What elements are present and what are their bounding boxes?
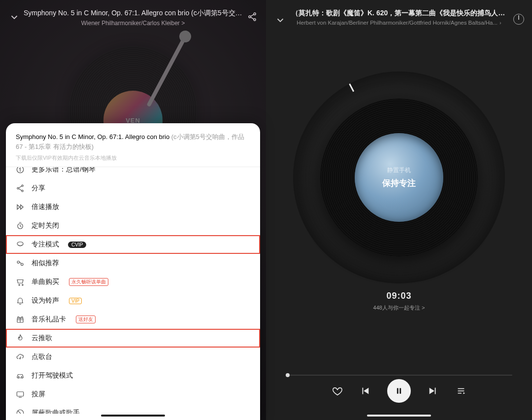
svg-point-8 xyxy=(22,190,23,192)
focus-timer: 09:03 xyxy=(266,291,532,301)
menu-item-label: 音乐礼品卡 xyxy=(32,315,66,324)
vinyl-graphic-right: 静置手机 保持专注 xyxy=(320,99,478,256)
share-icon-header[interactable] xyxy=(247,12,257,24)
menu-item-label: 相似推荐 xyxy=(32,259,59,268)
timer-block: 09:03 448人与你一起专注 > xyxy=(266,291,532,312)
menu-item-cast[interactable]: 投屏 xyxy=(6,385,260,404)
right-header: （莫扎特：歌剧《魔笛》K. 620，第一幕第二曲《我是快乐的捕鸟人》） Herb… xyxy=(266,0,532,26)
left-header: Symphony No. 5 in C Minor, Op. 67:1. All… xyxy=(0,0,266,27)
track-title-left: Symphony No. 5 in C Minor, Op. 67:1. All… xyxy=(24,9,242,18)
svg-rect-20 xyxy=(397,388,399,394)
together-count[interactable]: 448人与你一起专注 > xyxy=(266,304,532,312)
svg-line-4 xyxy=(251,17,254,19)
menu-item-label: 专注模式 xyxy=(32,240,59,249)
svg-marker-25 xyxy=(464,392,466,394)
vip-badge: CVIP xyxy=(68,242,86,248)
menu-item-label: 倍速播放 xyxy=(32,203,59,211)
share-icon xyxy=(16,184,25,193)
menu-item-label: 打开驾驶模式 xyxy=(32,371,73,380)
cast-icon xyxy=(16,390,25,399)
svg-rect-21 xyxy=(399,388,401,394)
svg-point-13 xyxy=(21,263,24,266)
sheet-header: Symphony No. 5 in C Minor, Op. 67:1. All… xyxy=(6,132,260,167)
home-indicator-left xyxy=(101,415,165,417)
svg-point-0 xyxy=(254,13,256,15)
like-button[interactable] xyxy=(332,385,343,396)
pause-button[interactable] xyxy=(387,379,411,403)
timer-icon xyxy=(16,221,25,230)
track-artist-right[interactable]: Herbert von Karajan/Berliner Philharmoni… xyxy=(292,20,506,26)
speed-icon xyxy=(16,203,25,211)
menu-tag: 送好友 xyxy=(76,315,96,323)
sheet-note: 下载后仅限VIP有效期内在云音乐本地播放 xyxy=(16,154,250,162)
menu-item-block[interactable]: 屏蔽歌曲或歌手 xyxy=(6,404,260,414)
svg-point-15 xyxy=(18,377,19,378)
block-icon xyxy=(16,409,25,414)
menu-item-timer[interactable]: 定时关闭 xyxy=(6,216,260,235)
menu-item-label: 分享 xyxy=(32,184,45,193)
prev-button[interactable] xyxy=(360,385,370,396)
menu-item-drive[interactable]: 打开驾驶模式 xyxy=(6,366,260,385)
menu-item-gift[interactable]: 音乐礼品卡送好友 xyxy=(6,310,260,329)
menu-item-juke[interactable]: 点歌台 xyxy=(6,348,260,366)
menu-item-similar[interactable]: 相似推荐 xyxy=(6,254,260,273)
left-panel: Symphony No. 5 in C Minor, Op. 67:1. All… xyxy=(0,0,266,420)
menu-item-label: 屏蔽歌曲或歌手 xyxy=(32,409,80,414)
svg-rect-17 xyxy=(17,392,24,396)
power-icon[interactable] xyxy=(513,14,524,25)
focus-label: 保持专注 xyxy=(382,177,416,189)
focus-icon xyxy=(16,240,25,249)
next-button[interactable] xyxy=(428,385,438,396)
menu-item-buy[interactable]: 单曲购买永久畅听该单曲 xyxy=(6,273,260,291)
track-title-right: （莫扎特：歌剧《魔笛》K. 620，第一幕第二曲《我是快乐的捕鸟人》） xyxy=(292,9,506,18)
playlist-button[interactable] xyxy=(455,385,466,396)
menu-item-ring[interactable]: 设为铃声VIP xyxy=(6,291,260,310)
svg-point-2 xyxy=(254,19,256,21)
svg-point-7 xyxy=(17,187,19,189)
clef-icon xyxy=(16,167,25,174)
menu-item-share[interactable]: 分享 xyxy=(6,179,260,198)
sheet-track-title: Symphony No. 5 in C Minor, Op. 67:1. All… xyxy=(16,133,171,140)
focus-dial: 静置手机 保持专注 xyxy=(293,71,505,283)
car-icon xyxy=(16,371,25,380)
collapse-icon[interactable] xyxy=(9,12,20,25)
svg-line-9 xyxy=(19,186,22,188)
svg-point-1 xyxy=(249,16,251,18)
bell-icon xyxy=(16,296,25,305)
cart-icon xyxy=(16,278,25,286)
right-panel: （莫扎特：歌剧《魔笛》K. 620，第一幕第二曲《我是快乐的捕鸟人》） Herb… xyxy=(266,0,532,420)
player-controls xyxy=(266,379,532,403)
progress-bar[interactable] xyxy=(286,375,512,376)
flame-icon xyxy=(16,334,25,343)
menu-item-label: 单曲购买 xyxy=(32,278,59,286)
similar-icon xyxy=(16,259,25,268)
svg-line-10 xyxy=(19,189,22,191)
menu-tag: VIP xyxy=(69,298,82,304)
menu-item-more[interactable]: 更多乐谱：总谱/钢琴 xyxy=(6,167,260,179)
menu-item-label: 投屏 xyxy=(32,390,45,399)
cloud-music-icon xyxy=(16,352,25,361)
gift-icon xyxy=(16,315,25,324)
svg-point-12 xyxy=(17,261,20,264)
action-sheet: Symphony No. 5 in C Minor, Op. 67:1. All… xyxy=(6,123,260,420)
vinyl-center[interactable]: 静置手机 保持专注 xyxy=(355,133,443,222)
focus-hint: 静置手机 xyxy=(387,166,411,175)
svg-line-3 xyxy=(251,14,254,16)
menu-item-label: 更多乐谱：总谱/钢琴 xyxy=(32,167,96,174)
menu-tag: 永久畅听该单曲 xyxy=(69,278,108,286)
menu-item-focus[interactable]: 专注模式CVIP xyxy=(6,235,260,254)
track-artist-left[interactable]: Wiener Philharmoniker/Carlos Kleiber > xyxy=(24,20,242,27)
menu-item-speed[interactable]: 倍速播放 xyxy=(6,198,260,216)
svg-line-19 xyxy=(18,411,23,414)
home-indicator-right xyxy=(367,415,431,417)
progress-handle-icon[interactable] xyxy=(286,373,290,377)
collapse-icon-right[interactable] xyxy=(275,15,286,28)
menu-item-label: 设为铃声 xyxy=(32,296,59,305)
svg-point-16 xyxy=(21,377,22,378)
menu-item-label: 定时关闭 xyxy=(32,221,59,230)
menu-item-promote[interactable]: 云推歌 xyxy=(6,329,260,348)
vinyl-graphic-left: VEN xyxy=(49,41,217,110)
action-menu: 更多乐谱：总谱/钢琴分享倍速播放定时关闭专注模式CVIP相似推荐单曲购买永久畅听… xyxy=(6,167,260,414)
menu-item-label: 云推歌 xyxy=(32,334,52,343)
menu-item-label: 点歌台 xyxy=(32,352,52,361)
